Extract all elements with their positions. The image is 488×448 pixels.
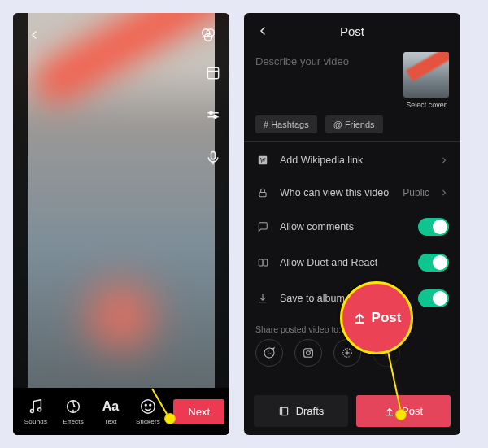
- lock-icon: [255, 185, 270, 200]
- svg-point-8: [214, 115, 216, 118]
- chip-friends[interactable]: @ Friends: [325, 115, 383, 133]
- edit-bottom-toolbar: Sounds Effects Aa Text Stickers Next: [13, 388, 229, 435]
- row-wikipedia[interactable]: W Add Wikipedia link: [244, 144, 460, 176]
- post-header: Post: [244, 13, 460, 49]
- edit-screen: Sounds Effects Aa Text Stickers Next: [13, 13, 229, 435]
- wikipedia-icon: W: [255, 153, 270, 167]
- drafts-button[interactable]: Drafts: [254, 395, 348, 427]
- video-preview: [13, 13, 229, 411]
- row-duet: Allow Duet and React: [244, 245, 460, 281]
- tool-sounds[interactable]: Sounds: [18, 398, 54, 425]
- back-button[interactable]: [251, 19, 275, 43]
- drafts-label: Drafts: [296, 405, 325, 417]
- row-privacy[interactable]: Who can view this video Public: [244, 176, 460, 209]
- toggle-duet[interactable]: [418, 254, 449, 272]
- share-whatsapp-icon[interactable]: [255, 339, 283, 367]
- letterbox-left: [13, 13, 28, 435]
- share-instagram-icon[interactable]: [294, 339, 322, 367]
- row-wikipedia-label: Add Wikipedia link: [280, 154, 429, 166]
- post-title: Post: [340, 24, 364, 38]
- svg-point-11: [30, 409, 33, 412]
- row-comments: Allow comments: [244, 209, 460, 245]
- tool-sounds-label: Sounds: [24, 418, 47, 425]
- upload-icon: [352, 311, 367, 325]
- svg-point-15: [145, 404, 146, 406]
- svg-point-12: [38, 408, 41, 411]
- svg-rect-28: [280, 407, 287, 415]
- download-icon: [255, 291, 270, 306]
- svg-point-14: [142, 400, 155, 414]
- svg-point-24: [311, 350, 312, 350]
- duet-icon: [255, 255, 270, 270]
- svg-rect-19: [259, 192, 266, 196]
- tool-text[interactable]: Aa Text: [93, 398, 129, 425]
- toggle-save[interactable]: [418, 289, 449, 307]
- cover-thumbnail: [403, 52, 449, 98]
- divider: [244, 141, 460, 142]
- svg-point-2: [204, 33, 211, 41]
- row-privacy-label: Who can view this video: [280, 187, 393, 198]
- svg-text:W: W: [259, 157, 266, 164]
- next-button[interactable]: Next: [173, 399, 224, 424]
- tool-text-label: Text: [104, 418, 116, 425]
- tool-stickers-label: Stickers: [136, 418, 160, 425]
- comment-icon: [255, 220, 270, 234]
- drafts-icon: [278, 406, 290, 417]
- edit-right-rail: [202, 62, 224, 169]
- chip-hashtags[interactable]: # Hashtags: [255, 115, 317, 133]
- svg-point-16: [150, 404, 151, 406]
- post-callout-label: Post: [372, 310, 402, 326]
- annotation-dot-next: [164, 413, 176, 424]
- adjust-icon[interactable]: [202, 104, 224, 127]
- text-icon: Aa: [102, 398, 119, 415]
- select-cover-label: Select cover: [406, 101, 447, 109]
- svg-point-7: [210, 111, 212, 114]
- chevron-right-icon: [439, 188, 449, 198]
- chip-row: # Hashtags @ Friends: [244, 115, 460, 141]
- description-input[interactable]: Describe your video: [255, 52, 394, 109]
- post-bottom-bar: Drafts Post: [244, 387, 460, 435]
- svg-rect-3: [207, 67, 218, 78]
- back-button[interactable]: [23, 24, 46, 46]
- chevron-right-icon: [439, 155, 449, 165]
- voice-icon[interactable]: [202, 146, 224, 169]
- row-comments-label: Allow comments: [280, 221, 408, 233]
- post-callout: Post: [340, 281, 413, 354]
- svg-point-23: [307, 351, 311, 355]
- upload-icon: [384, 406, 395, 417]
- svg-rect-9: [211, 152, 216, 159]
- svg-point-1: [207, 29, 214, 37]
- description-row: Describe your video Select cover: [244, 49, 460, 115]
- tool-effects-label: Effects: [63, 418, 84, 425]
- trim-icon[interactable]: [202, 62, 224, 85]
- filters-icon[interactable]: [197, 24, 220, 46]
- svg-rect-20: [259, 259, 263, 266]
- svg-rect-21: [264, 259, 268, 266]
- tool-effects[interactable]: Effects: [55, 398, 91, 425]
- select-cover[interactable]: Select cover: [403, 52, 449, 109]
- toggle-comments[interactable]: [418, 218, 449, 236]
- annotation-dot-post: [395, 409, 407, 420]
- row-duet-label: Allow Duet and React: [280, 257, 408, 268]
- row-privacy-value: Public: [403, 187, 429, 198]
- edit-top-bar: [13, 21, 229, 49]
- post-screen: Post Describe your video Select cover # …: [244, 13, 460, 435]
